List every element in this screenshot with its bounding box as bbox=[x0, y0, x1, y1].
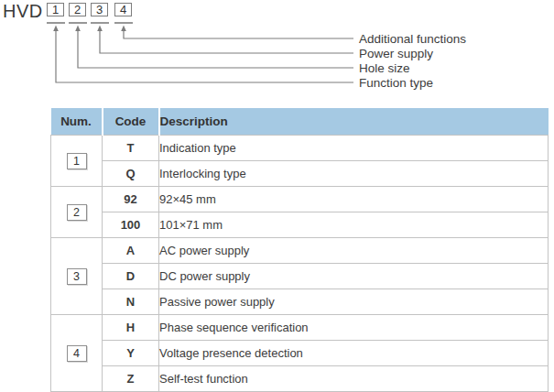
code-cell: T bbox=[103, 136, 159, 161]
code-cell: 100 bbox=[103, 212, 159, 238]
description-cell: Passive power supply bbox=[159, 289, 549, 315]
callout-label-additional-functions: Additional functions bbox=[359, 32, 466, 46]
description-cell: AC power supply bbox=[159, 238, 549, 264]
num-cell-group-1: 1 bbox=[51, 136, 103, 187]
num-badge: 4 bbox=[67, 345, 87, 362]
code-cell: D bbox=[103, 264, 159, 289]
code-cell: Q bbox=[103, 161, 159, 187]
table-header-row: Num. Code Description bbox=[51, 108, 549, 136]
column-header-code: Code bbox=[103, 108, 159, 136]
code-cell: A bbox=[103, 238, 159, 264]
num-cell-group-4: 4 bbox=[51, 315, 103, 392]
table-row: 4 H Phase sequence verification bbox=[51, 315, 549, 341]
code-cell: N bbox=[103, 289, 159, 315]
table-row: N Passive power supply bbox=[51, 289, 549, 315]
connector-lines bbox=[56, 30, 353, 82]
num-badge: 2 bbox=[67, 204, 87, 221]
num-cell-group-3: 3 bbox=[51, 238, 103, 315]
table-row: Y Voltage presence detection bbox=[51, 341, 549, 366]
description-cell: Indication type bbox=[159, 136, 549, 161]
column-header-description: Description bbox=[159, 108, 549, 136]
page: HVD - 1 2 3 4 bbox=[0, 0, 554, 392]
num-badge: 1 bbox=[67, 153, 87, 169]
up-arrow-icons bbox=[53, 26, 126, 32]
table-row: 100 101×71 mm bbox=[51, 212, 549, 238]
callout-label-function-type: Function type bbox=[359, 76, 433, 90]
description-cell: 92×45 mm bbox=[159, 187, 549, 212]
description-cell: Phase sequence verification bbox=[159, 315, 549, 341]
callout-lines-graphic bbox=[0, 0, 554, 103]
description-cell: Interlocking type bbox=[159, 161, 549, 187]
code-cell: Z bbox=[103, 366, 159, 392]
code-cell: 92 bbox=[103, 187, 159, 212]
num-badge: 3 bbox=[67, 268, 87, 285]
code-table: Num. Code Description 1 T Indication typ… bbox=[50, 108, 549, 392]
code-cell: Y bbox=[103, 341, 159, 366]
description-cell: DC power supply bbox=[159, 264, 549, 289]
table-row: Q Interlocking type bbox=[51, 161, 549, 187]
callout-label-hole-size: Hole size bbox=[359, 61, 410, 75]
description-cell: Self-test function bbox=[159, 366, 549, 392]
table-row: 2 92 92×45 mm bbox=[51, 187, 549, 212]
table-row: Z Self-test function bbox=[51, 366, 549, 392]
code-cell: H bbox=[103, 315, 159, 341]
callout-label-power-supply: Power supply bbox=[359, 47, 433, 60]
column-header-num: Num. bbox=[51, 108, 103, 136]
table-row: 1 T Indication type bbox=[51, 136, 549, 161]
table-row: D DC power supply bbox=[51, 264, 549, 289]
description-cell: Voltage presence detection bbox=[159, 341, 549, 366]
description-cell: 101×71 mm bbox=[159, 212, 549, 238]
table-row: 3 A AC power supply bbox=[51, 238, 549, 264]
num-cell-group-2: 2 bbox=[51, 187, 103, 238]
